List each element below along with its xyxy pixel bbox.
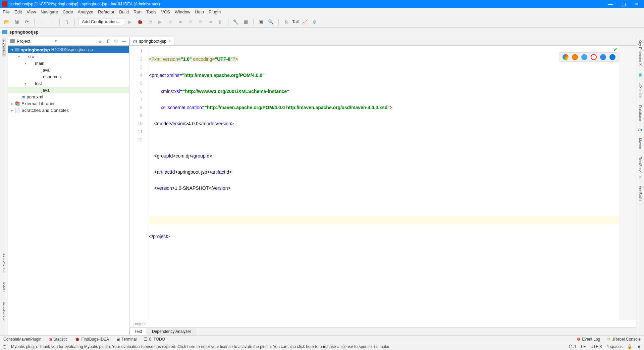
- profile-icon[interactable]: ▶: [156, 18, 164, 26]
- open-icon[interactable]: 📂: [3, 18, 11, 26]
- tw-jrebel-console[interactable]: ⟳JRebel Console: [607, 337, 641, 342]
- tw-todo[interactable]: ☰6: TODO: [144, 337, 165, 342]
- strip-jrebel[interactable]: JRebel: [2, 280, 6, 295]
- menu-code[interactable]: Code: [63, 9, 73, 14]
- close-button[interactable]: ✕: [635, 1, 639, 7]
- monitor-icon[interactable]: 📈: [301, 18, 309, 26]
- forward-icon[interactable]: →: [48, 18, 56, 26]
- refresh-icon[interactable]: ⟳: [23, 18, 31, 26]
- tree-scratches[interactable]: ▸ 📄 Scratches and Consoles: [8, 107, 129, 114]
- menu-edit[interactable]: Edit: [14, 9, 22, 14]
- strip-maven[interactable]: Maven: [638, 137, 642, 150]
- status-position[interactable]: 11:1: [569, 344, 576, 349]
- project-panel-title[interactable]: Project: [17, 39, 52, 44]
- strip-key-promoter[interactable]: Key Promoter X: [638, 38, 642, 67]
- tree-java-main[interactable]: java: [8, 67, 129, 73]
- strip-structure[interactable]: 7: Structure: [2, 301, 6, 322]
- status-indent[interactable]: 4 spaces: [606, 344, 623, 349]
- collapse-icon[interactable]: ⇵: [105, 38, 111, 44]
- menu-navigate[interactable]: Navigate: [41, 9, 58, 14]
- chevron-down-icon[interactable]: ▼: [54, 39, 58, 43]
- stop-icon[interactable]: ■: [176, 18, 184, 26]
- add-configuration-button[interactable]: Add Configuration...: [78, 18, 124, 25]
- save-icon[interactable]: 🖫: [13, 18, 21, 26]
- tw-terminal[interactable]: ▣Terminal: [116, 337, 137, 342]
- breadcrumb-root[interactable]: springbootjsp: [9, 30, 39, 35]
- search-icon[interactable]: 🔍: [267, 18, 275, 26]
- menu-tools[interactable]: Tools: [146, 9, 156, 14]
- hector-icon[interactable]: ☻: [637, 344, 641, 349]
- tw-statistic[interactable]: ◑Statistic: [49, 337, 67, 342]
- tree-ext-lib[interactable]: ▸ 📚 External Libraries: [8, 100, 129, 107]
- tree-main[interactable]: ▾ main: [8, 60, 129, 67]
- minimap[interactable]: [619, 46, 636, 320]
- strip-favorites[interactable]: 2: Favorites: [2, 252, 6, 274]
- status-encoding[interactable]: UTF-8: [590, 344, 602, 349]
- tw-console-maven[interactable]: ConsoleMavenPlugin: [3, 337, 41, 342]
- toolwindow-toggle-icon[interactable]: ▢: [3, 344, 6, 349]
- status-line-ending[interactable]: LF: [581, 344, 586, 349]
- run-icon[interactable]: ▶: [126, 18, 134, 26]
- hide-icon[interactable]: —: [121, 38, 127, 44]
- locate-icon[interactable]: ⊕: [97, 38, 103, 44]
- tail-icon[interactable]: ⎘: [282, 18, 290, 26]
- editor-gutter[interactable]: 123 456 789 101112: [129, 46, 149, 320]
- ie-icon[interactable]: [600, 54, 606, 60]
- strip-project[interactable]: 1: Project: [2, 38, 6, 56]
- editor-tab[interactable]: m springboot-jsp ×: [129, 37, 174, 45]
- aixcoder-icon[interactable]: ◉: [638, 72, 642, 77]
- tree-java-test[interactable]: java: [8, 87, 129, 93]
- run-anything-icon[interactable]: ▣: [257, 18, 265, 26]
- edge-icon[interactable]: [609, 54, 615, 60]
- lock-icon[interactable]: 🔓: [627, 344, 632, 349]
- jrebel-stop-icon[interactable]: ■: [207, 18, 215, 26]
- jrebel-2-icon[interactable]: ◧: [217, 18, 225, 26]
- opera-icon[interactable]: [591, 54, 597, 60]
- close-tab-icon[interactable]: ×: [168, 39, 171, 43]
- jrebel-run-icon[interactable]: ⟳: [186, 18, 195, 26]
- menu-build[interactable]: Build: [119, 9, 129, 14]
- back-icon[interactable]: ←: [38, 18, 46, 26]
- tree-test[interactable]: ▾ test: [8, 80, 129, 87]
- tab-dependency-analyzer[interactable]: Dependency Analyzer: [147, 328, 196, 335]
- settings-icon[interactable]: 🔧: [232, 18, 240, 26]
- tab-text[interactable]: Text: [129, 328, 147, 335]
- tree-src[interactable]: ▾ src: [8, 53, 129, 60]
- gear-icon[interactable]: ⚙: [113, 38, 119, 44]
- coverage-icon[interactable]: ◔: [146, 18, 154, 26]
- build-icon[interactable]: ⤵: [63, 18, 71, 26]
- menu-file[interactable]: File: [3, 9, 10, 14]
- tree-resources[interactable]: resources: [8, 73, 129, 80]
- firefox-icon[interactable]: [572, 54, 578, 60]
- project-structure-icon[interactable]: ▦: [242, 18, 250, 26]
- project-tree[interactable]: ▾ springbootjsp H:\CSDN\springbootjsp ▾ …: [8, 46, 129, 335]
- strip-ant[interactable]: Ant Build: [638, 184, 642, 202]
- menu-refactor[interactable]: Refactor: [98, 9, 114, 14]
- attach-icon[interactable]: ⎋: [166, 18, 174, 26]
- chrome-icon[interactable]: [562, 54, 569, 60]
- tree-root[interactable]: ▾ springbootjsp H:\CSDN\springbootjsp: [8, 46, 129, 53]
- editor-body[interactable]: ✔ 123 456 789 101112 <?xml version="1.0"…: [129, 46, 636, 320]
- jrebel-debug-icon[interactable]: ⟳: [197, 18, 205, 26]
- menu-view[interactable]: View: [26, 9, 36, 14]
- strip-database[interactable]: Database: [638, 104, 642, 122]
- menu-run[interactable]: Run: [133, 9, 142, 14]
- code-area[interactable]: <?xml version="1.0" encoding="UTF-8"?> <…: [149, 46, 619, 320]
- menu-vcs[interactable]: VCS: [161, 9, 170, 14]
- menu-help[interactable]: Help: [195, 9, 204, 14]
- maximize-button[interactable]: ▢: [622, 1, 626, 7]
- inspection-ok-icon[interactable]: ✔: [613, 46, 618, 53]
- strip-aixcoder[interactable]: aiXcoder: [638, 82, 642, 99]
- tw-findbugs[interactable]: 🐞FindBugs-IDEA: [75, 337, 109, 342]
- tw-event-log[interactable]: ❷Event Log: [577, 337, 600, 342]
- strip-rest[interactable]: RestServices: [638, 155, 642, 180]
- status-message[interactable]: Mybatis plugin: Thank you for evaluating…: [11, 344, 564, 349]
- block-icon[interactable]: ⊘: [311, 18, 319, 26]
- menu-plugin[interactable]: Plugin: [209, 9, 221, 14]
- menu-window[interactable]: Window: [175, 9, 190, 14]
- debug-icon[interactable]: 🐞: [136, 18, 144, 26]
- safari-icon[interactable]: [581, 54, 587, 60]
- menu-analyze[interactable]: Analyze: [78, 9, 93, 14]
- minimize-button[interactable]: —: [608, 1, 613, 7]
- tree-pom[interactable]: m pom.xml: [8, 93, 129, 100]
